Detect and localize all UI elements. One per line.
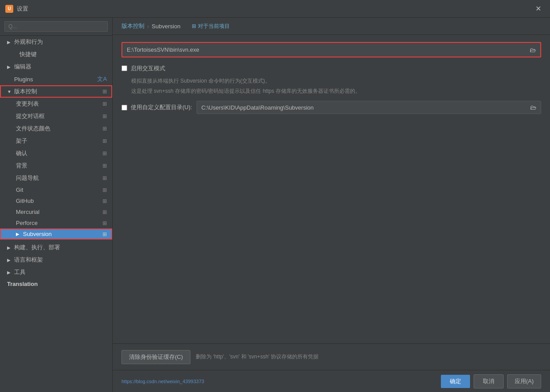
copy-icon: ⊞: [102, 126, 107, 132]
cancel-button[interactable]: 取消: [474, 374, 504, 388]
sidebar-item-label: 工具: [14, 268, 26, 276]
settings-body: 🗁 启用交互模式 模拟直接从终端执行 Subversion 命令时的行为(交互模…: [113, 35, 550, 343]
arrow-icon: ▶: [7, 65, 12, 69]
sidebar-item-confirm[interactable]: 确认 ⊞: [0, 147, 112, 160]
sidebar-item-subversion[interactable]: ▶ Subversion ⊞: [0, 228, 112, 240]
custom-config-row: 使用自定义配置目录(U): 🗁: [121, 101, 541, 114]
sidebar-item-vcs[interactable]: ▼ 版本控制 ⊞: [0, 85, 112, 98]
arrow-icon: ▶: [7, 270, 12, 275]
interactive-desc2: 这是处理 svn+ssh 存储库的密码/密码短语提示以及信任 https 存储库…: [131, 87, 541, 95]
sidebar-item-label: 编辑器: [14, 63, 31, 71]
interactive-mode-row: 启用交互模式: [121, 65, 541, 72]
custom-config-input[interactable]: [197, 102, 526, 114]
sidebar-item-mercurial[interactable]: Mercurial ⊞: [0, 206, 112, 217]
sidebar-item-label: Git: [16, 186, 23, 193]
dialog-title: 设置: [17, 5, 28, 13]
custom-config-input-wrap: 🗁: [197, 101, 541, 114]
sidebar-item-background[interactable]: 背景 ⊞: [0, 160, 112, 172]
close-button[interactable]: ✕: [531, 2, 545, 15]
breadcrumb-separator: ›: [147, 23, 149, 30]
svn-path-row: 🗁: [121, 42, 541, 57]
arrow-icon: ▼: [7, 89, 12, 94]
sidebar-item-label: Perforce: [16, 220, 38, 226]
main-content: 版本控制 › Subversion ⊞ 对于当前项目 🗁 启用交互模式 模拟直接…: [113, 18, 550, 392]
sidebar-item-github[interactable]: GitHub ⊞: [0, 195, 112, 206]
sidebar-item-label: 文件状态颜色: [16, 125, 50, 133]
sidebar-item-label: 提交对话框: [16, 112, 45, 120]
custom-config-label: 使用自定义配置目录(U):: [131, 103, 192, 111]
sidebar: ▶ 外观和行为 快捷键 ▶ 编辑器 Plugins 文A ▼ 版本控制 ⊞: [0, 18, 113, 392]
app-icon: U: [5, 5, 13, 13]
copy-icon: ⊞: [102, 187, 107, 193]
custom-config-checkbox[interactable]: [121, 105, 127, 110]
sidebar-item-label: 版本控制: [14, 88, 37, 95]
clear-cache-desc: 删除为 'http'、'svn' 和 'svn+ssh' 协议存储的所有凭据: [196, 353, 319, 361]
sidebar-item-shortcuts[interactable]: 快捷键: [0, 48, 112, 61]
sidebar-item-translation[interactable]: Translation: [0, 278, 112, 289]
sidebar-item-filestatus[interactable]: 文件状态颜色 ⊞: [0, 122, 112, 135]
sidebar-item-label: 背景: [16, 162, 27, 170]
sidebar-item-build[interactable]: ▶ 构建、执行、部署: [0, 241, 112, 254]
sidebar-item-label: Subversion: [23, 231, 52, 237]
copy-icon: ⊞: [102, 138, 107, 144]
interactive-mode-checkbox[interactable]: [121, 65, 127, 71]
sidebar-item-perforce[interactable]: Perforce ⊞: [0, 217, 112, 228]
copy-icon: ⊞: [102, 220, 107, 226]
copy-icon: ⊞: [102, 163, 107, 169]
ok-button[interactable]: 确定: [441, 375, 470, 388]
copy-icon: ⊞: [102, 231, 107, 237]
breadcrumb-current: Subversion: [152, 23, 180, 30]
custom-config-folder-button[interactable]: 🗁: [526, 101, 541, 114]
search-box: [0, 18, 112, 36]
title-bar: U 设置 ✕: [0, 0, 550, 18]
sidebar-item-label: 构建、执行、部署: [14, 244, 60, 251]
interactive-desc1: 模拟直接从终端执行 Subversion 命令时的行为(交互模式)。: [131, 77, 541, 85]
search-input[interactable]: [4, 21, 108, 32]
arrow-icon: ▶: [16, 232, 21, 236]
arrow-icon: ▶: [7, 245, 12, 250]
clear-cache-button[interactable]: 清除身份验证缓存(C): [121, 350, 190, 364]
arrow-icon: ▶: [7, 40, 12, 45]
sidebar-item-label: Mercurial: [16, 209, 39, 215]
dialog-footer: https://blog.csdn.net/weixin_43993373 确定…: [113, 370, 550, 392]
sidebar-item-plugins[interactable]: Plugins 文A: [0, 73, 112, 85]
sidebar-item-changelist[interactable]: 变更列表 ⊞: [0, 98, 112, 110]
breadcrumb-parent[interactable]: 版本控制: [121, 22, 144, 30]
sidebar-item-label: Translation: [7, 281, 38, 287]
sidebar-item-label: 语言和框架: [14, 256, 43, 264]
sidebar-item-label: 确认: [16, 149, 27, 157]
sidebar-item-appearance[interactable]: ▶ 外观和行为: [0, 36, 112, 48]
copy-icon: ⊞: [102, 113, 107, 119]
plugins-translate-icon: 文A: [97, 75, 107, 83]
sidebar-item-editor[interactable]: ▶ 编辑器: [0, 61, 112, 73]
arrow-icon: ▶: [7, 258, 12, 263]
content-area: ▶ 外观和行为 快捷键 ▶ 编辑器 Plugins 文A ▼ 版本控制 ⊞: [0, 18, 550, 392]
sidebar-item-label: 变更列表: [16, 100, 39, 108]
svn-path-input[interactable]: [122, 43, 525, 57]
copy-icon: ⊞: [102, 150, 107, 156]
sidebar-item-label: 外观和行为: [14, 38, 43, 46]
copy-icon: ⊞: [102, 88, 107, 95]
copy-icon: ⊞: [102, 175, 107, 181]
sidebar-item-label: 快捷键: [19, 50, 37, 58]
settings-dialog: U 设置 ✕ ▶ 外观和行为 快捷键 ▶ 编辑器 Plug: [0, 0, 550, 392]
copy-icon: ⊞: [102, 101, 107, 107]
sidebar-item-git[interactable]: Git ⊞: [0, 184, 112, 195]
apply-button[interactable]: 应用(A): [507, 374, 541, 388]
sidebar-item-shelf[interactable]: 架子 ⊞: [0, 135, 112, 147]
interactive-mode-label: 启用交互模式: [131, 65, 165, 72]
bottom-bar: 清除身份验证缓存(C) 删除为 'http'、'svn' 和 'svn+ssh'…: [113, 343, 550, 370]
sidebar-item-label: 问题导航: [16, 174, 39, 182]
sidebar-item-label: Plugins: [14, 76, 33, 83]
copy-icon: ⊞: [102, 198, 107, 204]
sidebar-item-tools[interactable]: ▶ 工具: [0, 266, 112, 278]
breadcrumb: 版本控制 › Subversion ⊞ 对于当前项目: [113, 18, 550, 35]
sidebar-item-issuenav[interactable]: 问题导航 ⊞: [0, 172, 112, 184]
sidebar-item-label: GitHub: [16, 198, 34, 204]
project-link[interactable]: ⊞ 对于当前项目: [192, 23, 229, 30]
sidebar-item-label: 架子: [16, 137, 27, 145]
footer-url: https://blog.csdn.net/weixin_43993373: [121, 379, 204, 384]
svn-path-folder-button[interactable]: 🗁: [525, 44, 540, 56]
sidebar-item-commit[interactable]: 提交对话框 ⊞: [0, 110, 112, 122]
sidebar-item-langframe[interactable]: ▶ 语言和框架: [0, 254, 112, 266]
